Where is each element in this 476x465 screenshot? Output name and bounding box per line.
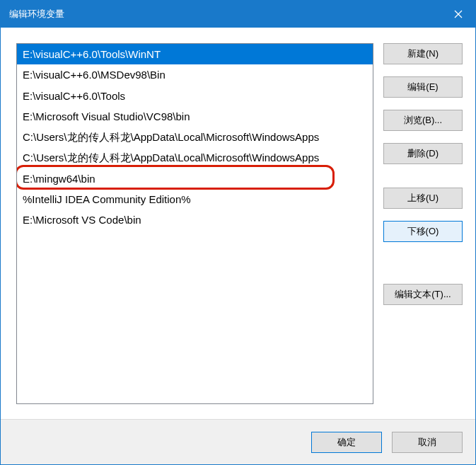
dialog-window: 编辑环境变量 E:\visualC++6.0\Tools\WinNTE:\vis… <box>0 0 476 465</box>
list-item[interactable]: E:\Microsoft Visual Studio\VC98\bin <box>17 106 373 127</box>
path-listbox[interactable]: E:\visualC++6.0\Tools\WinNTE:\visualC++6… <box>16 43 373 404</box>
titlebar: 编辑环境变量 <box>1 1 475 28</box>
close-button[interactable] <box>441 1 475 28</box>
move-down-button[interactable]: 下移(O) <box>383 221 463 242</box>
content-area: E:\visualC++6.0\Tools\WinNTE:\visualC++6… <box>1 28 475 419</box>
edit-text-button[interactable]: 编辑文本(T)... <box>383 284 463 305</box>
browse-button[interactable]: 浏览(B)... <box>383 110 463 131</box>
list-item[interactable]: C:\Users\龙的传人科龙\AppData\Local\Microsoft\… <box>17 147 373 168</box>
delete-button[interactable]: 删除(D) <box>383 143 463 164</box>
dialog-footer: 确定 取消 <box>1 419 475 464</box>
window-title: 编辑环境变量 <box>9 8 64 21</box>
move-up-button[interactable]: 上移(U) <box>383 188 463 209</box>
close-icon <box>454 10 463 18</box>
button-column: 新建(N) 编辑(E) 浏览(B)... 删除(D) 上移(U) 下移(O) 编… <box>383 43 463 412</box>
list-item[interactable]: C:\Users\龙的传人科龙\AppData\Local\Microsoft\… <box>17 127 373 147</box>
new-button[interactable]: 新建(N) <box>383 43 463 64</box>
list-item[interactable]: E:\visualC++6.0\Tools\WinNT <box>17 44 373 64</box>
edit-button[interactable]: 编辑(E) <box>383 76 463 98</box>
cancel-button[interactable]: 取消 <box>392 432 463 453</box>
ok-button[interactable]: 确定 <box>311 432 382 453</box>
list-item[interactable]: %IntelliJ IDEA Community Edition% <box>17 189 373 209</box>
list-item[interactable]: E:\visualC++6.0\Tools <box>17 86 373 106</box>
list-item[interactable]: E:\mingw64\bin <box>17 168 373 189</box>
list-item[interactable]: E:\Microsoft VS Code\bin <box>17 209 373 230</box>
list-item[interactable]: E:\visualC++6.0\MSDev98\Bin <box>17 64 373 85</box>
